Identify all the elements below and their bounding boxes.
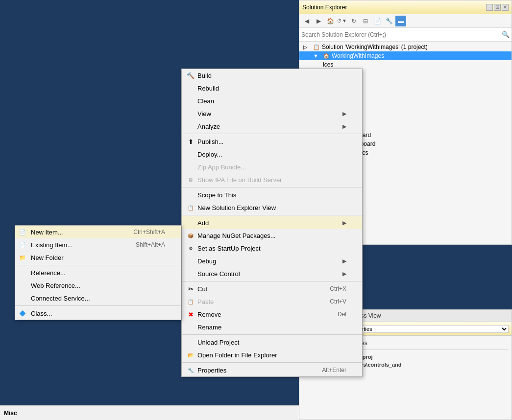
- view-arrow: ▶: [342, 111, 346, 117]
- ctx-cut[interactable]: ✂ Cut Ctrl+X: [182, 282, 362, 295]
- solution-icon-img: 📋: [313, 44, 320, 50]
- tree-item-solution[interactable]: ▷ 📋 Solution 'WorkingWithImages' (1 proj…: [299, 43, 512, 51]
- sub-new-item-label: New Item...: [31, 229, 133, 236]
- ctx-open-folder[interactable]: 📂 Open Folder in File Explorer: [182, 349, 362, 361]
- ctx-rename-label: Rename: [197, 324, 346, 331]
- ctx-add-label: Add: [197, 219, 342, 227]
- cut-icon: ✂: [186, 285, 195, 293]
- ctx-rebuild[interactable]: Rebuild: [182, 82, 362, 94]
- se-search-bar[interactable]: 🔍: [299, 28, 512, 42]
- add-arrow: ▶: [342, 220, 346, 226]
- home-btn[interactable]: 🏠: [325, 16, 336, 26]
- tree-item-project[interactable]: ▼ 🏠 WorkingWithImages: [299, 51, 512, 60]
- refresh-btn[interactable]: ↻: [348, 16, 359, 26]
- ctx-build[interactable]: 🔨 Build: [182, 69, 362, 82]
- ctx-cut-shortcut: Ctrl+X: [330, 285, 346, 292]
- ctx-nuget-label: Manage NuGet Packages...: [197, 232, 346, 239]
- ctx-paste-shortcut: Ctrl+V: [330, 298, 346, 305]
- filter-btn[interactable]: 🔧: [384, 16, 394, 26]
- paste-icon: 📋: [186, 299, 195, 304]
- sub-new-item[interactable]: 📄 New Item... Ctrl+Shift+A: [15, 226, 181, 238]
- sub-reference[interactable]: Reference...: [15, 266, 181, 279]
- show-files-btn[interactable]: 📄: [372, 16, 383, 26]
- ctx-show-ipa: 🖥 Show IPA File on Build Server: [182, 173, 362, 186]
- ctx-sc-label: Source Control: [197, 270, 342, 278]
- context-menu: 🔨 Build Rebuild Clean View ▶ Analyze ▶ ⬆…: [181, 69, 363, 377]
- sub-new-folder[interactable]: 📁 New Folder: [15, 251, 181, 264]
- debug-arrow: ▶: [342, 258, 346, 264]
- sub-existing-item[interactable]: 📄 Existing Item... Shift+Alt+A: [15, 238, 181, 251]
- ctx-remove[interactable]: ✖ Remove Del: [182, 308, 362, 321]
- se-float-btn[interactable]: ⊡: [494, 4, 501, 11]
- remove-icon: ✖: [186, 311, 195, 318]
- ctx-clean[interactable]: Clean: [182, 94, 362, 107]
- sync-btn[interactable]: ⏱▼: [337, 16, 347, 26]
- ctx-unload-label: Unload Project: [197, 339, 346, 346]
- ctx-unload[interactable]: Unload Project: [182, 336, 362, 349]
- sub-new-item-shortcut: Ctrl+Shift+A: [133, 229, 165, 235]
- ctx-debug[interactable]: Debug ▶: [182, 255, 362, 267]
- forward-btn[interactable]: ▶: [313, 16, 324, 26]
- se-search-input[interactable]: [301, 31, 502, 38]
- misc-label: Misc: [4, 410, 17, 417]
- sub-existing-shortcut: Shift+Alt+A: [136, 241, 165, 248]
- startup-icon: ⚙: [186, 246, 195, 251]
- sub-class[interactable]: 🔷 Class...: [15, 307, 181, 320]
- sub-existing-label: Existing Item...: [31, 241, 136, 249]
- ctx-deploy[interactable]: Deploy...: [182, 148, 362, 161]
- publish-icon: ⬆: [186, 138, 195, 145]
- ctx-remove-shortcut: Del: [338, 311, 346, 318]
- sub-sep-1: [15, 265, 181, 265]
- ctx-startup[interactable]: ⚙ Set as StartUp Project: [182, 242, 362, 255]
- ctx-properties[interactable]: 🔧 Properties Alt+Enter: [182, 364, 362, 376]
- sub-folder-label: New Folder: [31, 254, 165, 261]
- ctx-scope[interactable]: Scope to This: [182, 188, 362, 201]
- sub-web-ref-label: Web Reference...: [31, 282, 165, 289]
- ctx-cut-label: Cut: [197, 285, 322, 293]
- highlight-btn[interactable]: ▬: [395, 16, 406, 26]
- folder-icon: 📂: [186, 352, 195, 358]
- sep-6: [182, 362, 362, 363]
- project-icon: 🏠: [323, 53, 330, 59]
- sep-4: [182, 281, 362, 281]
- ctx-publish[interactable]: ⬆ Publish...: [182, 135, 362, 148]
- build-icon: 🔨: [186, 72, 195, 79]
- sc-arrow: ▶: [342, 271, 346, 277]
- existing-icon: 📄: [19, 242, 26, 248]
- ctx-analyze[interactable]: Analyze ▶: [182, 120, 362, 133]
- ctx-nuget[interactable]: 📦 Manage NuGet Packages...: [182, 229, 362, 242]
- ctx-ipa-label: Show IPA File on Build Server: [197, 176, 346, 184]
- ctx-rename[interactable]: Rename: [182, 321, 362, 333]
- sep-5: [182, 334, 362, 335]
- ctx-add[interactable]: Add ▶: [182, 216, 362, 229]
- sub-connected-service[interactable]: Connected Service...: [15, 292, 181, 304]
- solution-icon: ▷: [303, 44, 311, 50]
- nuget-icon: 📦: [186, 233, 195, 238]
- ipa-icon: 🖥: [186, 177, 195, 183]
- sub-web-reference[interactable]: Web Reference...: [15, 279, 181, 292]
- ctx-new-se-label: New Solution Explorer View: [197, 204, 346, 211]
- search-icon[interactable]: 🔍: [502, 31, 510, 38]
- new-se-icon: 📋: [186, 205, 195, 210]
- class-icon: 🔷: [19, 310, 26, 317]
- ctx-analyze-label: Analyze: [197, 123, 342, 130]
- ctx-new-se-view[interactable]: 📋 New Solution Explorer View: [182, 201, 362, 214]
- se-pin-btn[interactable]: −: [486, 4, 493, 11]
- ctx-scope-label: Scope to This: [197, 191, 346, 199]
- ctx-properties-label: Properties: [197, 367, 314, 374]
- sep-2: [182, 187, 362, 187]
- ctx-view-label: View: [197, 110, 342, 117]
- ctx-view[interactable]: View ▶: [182, 107, 362, 120]
- ctx-build-label: Build: [197, 72, 346, 79]
- add-submenu: 📄 New Item... Ctrl+Shift+A 📄 Existing It…: [15, 225, 181, 320]
- ctx-deploy-label: Deploy...: [197, 151, 346, 158]
- collapse-btn[interactable]: ⊟: [360, 16, 371, 26]
- sep-3: [182, 215, 362, 215]
- tree-item-1[interactable]: ices: [299, 60, 512, 69]
- ctx-source-control[interactable]: Source Control ▶: [182, 267, 362, 280]
- solution-label: Solution 'WorkingWithImages' (1 project): [322, 44, 428, 50]
- se-close-btn[interactable]: ✕: [502, 4, 509, 11]
- ctx-publish-label: Publish...: [197, 138, 346, 145]
- back-btn[interactable]: ◀: [301, 16, 312, 26]
- ctx-open-folder-label: Open Folder in File Explorer: [197, 351, 346, 359]
